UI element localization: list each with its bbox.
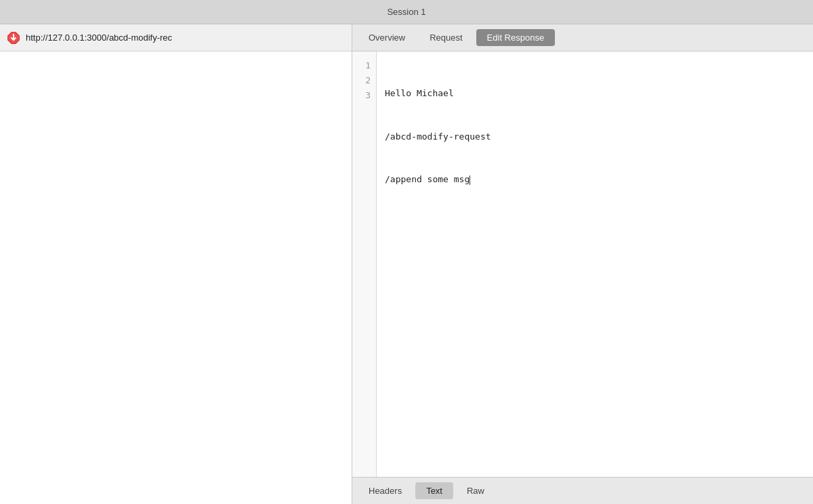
editor-line-1: Hello Michael [385, 87, 805, 102]
line-numbers: 1 2 3 [352, 51, 377, 477]
tab-edit-response[interactable]: Edit Response [476, 29, 556, 46]
left-panel: http://127.0.0.1:3000/abcd-modify-rec [0, 24, 352, 504]
editor-line-2: /abcd-modify-request [385, 129, 805, 144]
main-layout: http://127.0.0.1:3000/abcd-modify-rec Ov… [0, 24, 813, 504]
right-panel: Overview Request Edit Response 1 2 3 Hel… [352, 24, 813, 504]
editor-line-3: /append some msg [385, 173, 805, 188]
top-tabs-bar: Overview Request Edit Response [352, 24, 813, 51]
editor-area: 1 2 3 Hello Michael /abcd-modify-request… [352, 51, 813, 477]
tab-text[interactable]: Text [415, 482, 453, 499]
tab-headers[interactable]: Headers [358, 482, 413, 499]
line-number-3: 3 [365, 88, 371, 103]
bottom-tabs-bar: Headers Text Raw [352, 477, 813, 504]
url-bar: http://127.0.0.1:3000/abcd-modify-rec [0, 24, 352, 51]
text-cursor [470, 175, 470, 185]
line-number-2: 2 [365, 73, 371, 88]
editor-content[interactable]: Hello Michael /abcd-modify-request /appe… [377, 51, 813, 477]
error-icon [7, 31, 20, 45]
line-number-1: 1 [365, 58, 371, 73]
title-bar-text: Session 1 [387, 7, 425, 17]
tab-raw[interactable]: Raw [456, 482, 495, 499]
title-bar: Session 1 [0, 0, 813, 24]
tab-request[interactable]: Request [419, 29, 473, 46]
url-text: http://127.0.0.1:3000/abcd-modify-rec [26, 33, 172, 43]
tab-overview[interactable]: Overview [358, 29, 416, 46]
left-panel-content [0, 51, 352, 504]
